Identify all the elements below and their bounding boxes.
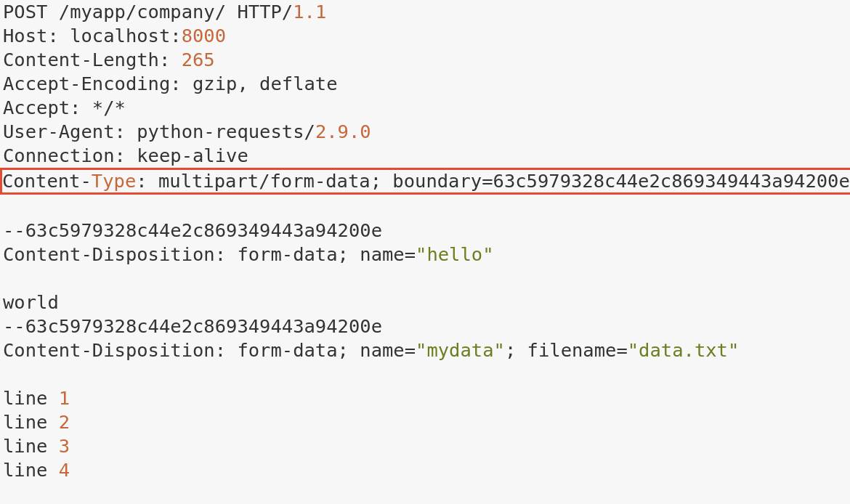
file-line: line — [3, 411, 59, 433]
header-accept: Accept: */* — [3, 97, 126, 118]
header-content-type-prefix: Content- — [2, 170, 92, 192]
part2-content-disposition: Content-Disposition: form-data; name= — [3, 339, 416, 361]
header-content-length-label: Content-Length: — [3, 49, 182, 70]
file-line-num: 3 — [59, 435, 70, 457]
request-line-http: HTTP/ — [237, 1, 293, 23]
header-host-port: 8000 — [182, 25, 226, 46]
header-content-type-value: : multipart/form-data; boundary=63c59793… — [136, 170, 850, 192]
header-user-agent-prefix: User-Agent: python-requests/ — [3, 121, 315, 142]
header-content-type-keyword: Type — [92, 170, 136, 192]
request-line-method: POST — [3, 1, 47, 23]
highlight-content-type: Content-Type: multipart/form-data; bound… — [0, 168, 850, 195]
header-content-length-value: 265 — [182, 49, 215, 70]
file-line: line — [3, 459, 59, 481]
http-request-code: POST /myapp/company/ HTTP/1.1 Host: loca… — [0, 0, 850, 504]
file-line-num: 4 — [59, 459, 70, 481]
header-user-agent-version: 2.9.0 — [315, 121, 371, 142]
boundary-line: --63c5979328c44e2c869349443a94200e — [3, 315, 382, 337]
header-accept-encoding: Accept-Encoding: gzip, deflate — [3, 73, 338, 94]
header-host-label: Host: — [3, 25, 70, 46]
header-connection: Connection: keep-alive — [3, 145, 248, 166]
file-line-num: 2 — [59, 411, 70, 433]
part2-name-string: "mydata" — [416, 339, 505, 361]
header-host-value: localhost: — [70, 25, 182, 46]
boundary-line: --63c5979328c44e2c869349443a94200e — [3, 219, 382, 241]
part1-content-disposition: Content-Disposition: form-data; name= — [3, 243, 416, 265]
request-line-path: /myapp/company/ — [59, 1, 226, 23]
part1-name-string: "hello" — [416, 243, 493, 265]
request-line-version: 1.1 — [293, 1, 326, 23]
file-line: line — [3, 387, 59, 409]
part2-filename-label: ; filename= — [505, 339, 628, 361]
file-line-num: 1 — [59, 387, 70, 409]
part1-value: world — [3, 291, 59, 313]
file-line: line — [3, 435, 59, 457]
part2-filename-string: "data.txt" — [628, 339, 740, 361]
